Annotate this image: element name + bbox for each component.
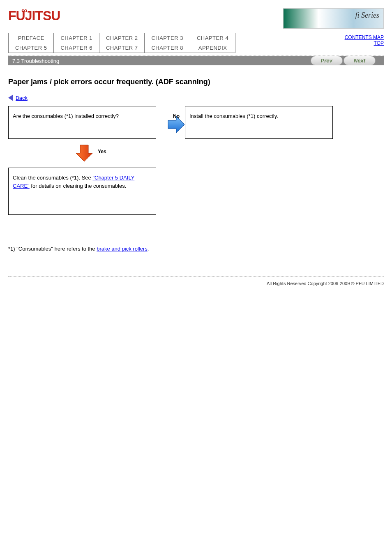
back-link-row: Back [8,94,384,101]
flowchart: Are the consumables (*1) installed corre… [8,106,384,237]
rollers-link[interactable]: brake and pick rollers [97,246,148,252]
nav-preface[interactable]: PREFACE [9,33,54,43]
nav-table: PREFACE CHAPTER 1 CHAPTER 2 CHAPTER 3 CH… [8,33,235,53]
footer: All Rights Reserved Copyright 2006-2009 … [8,276,384,286]
prev-next-group: Prev Next [310,56,376,65]
copyright: All Rights Reserved Copyright 2006-2009 … [267,281,384,286]
side-links: CONTENTS MAP TOP [277,33,384,46]
content-area: Paper jams / pick errors occur frequentl… [8,65,384,260]
logo-text: FUJITSU [8,8,60,23]
footnote: *1) "Consumables" here refers to the bra… [8,246,384,252]
nav-chapter-2[interactable]: CHAPTER 2 [99,33,144,43]
nav-chapter-6[interactable]: CHAPTER 6 [54,43,99,53]
divider [8,55,384,55]
back-arrow-icon [8,94,13,101]
nav-row: PREFACE CHAPTER 1 CHAPTER 2 CHAPTER 3 CH… [8,33,384,54]
box-question-1: Are the consumables (*1) installed corre… [8,106,156,139]
prev-button[interactable]: Prev [311,56,343,65]
box-action-2: Clean the consumables (*1). See "Chapter… [8,168,156,215]
nav-chapter-5[interactable]: CHAPTER 5 [9,43,54,53]
fi-series-banner: fi Series [283,8,384,29]
bar-title: 7.3 Troubleshooting [12,58,59,64]
header: FUJITSU ∞ fi Series [8,8,384,29]
section-title: Paper jams / pick errors occur frequentl… [8,78,384,86]
top-link[interactable]: TOP [374,40,384,46]
note-post: . [148,246,149,252]
arrow-right-icon: No [166,114,187,136]
nav-chapter-1[interactable]: CHAPTER 1 [54,33,99,43]
yes-label: Yes [98,149,111,154]
box-action-1: Install the consumables (*1) correctly. [185,106,333,139]
box3-post: for details on cleaning the consumables. [30,183,127,189]
title-bar: 7.3 Troubleshooting Prev Next [8,56,384,65]
nav-chapter-3[interactable]: CHAPTER 3 [145,33,190,43]
logo-infinity: ∞ [21,6,27,15]
next-button[interactable]: Next [344,56,376,65]
box2-text: Install the consumables (*1) correctly. [189,113,278,119]
fujitsu-logo: FUJITSU ∞ [8,8,60,23]
note-pre: *1) "Consumables" here refers to the [8,246,97,252]
nav-chapter-7[interactable]: CHAPTER 7 [99,43,144,53]
nav-chapter-4[interactable]: CHAPTER 4 [190,33,235,43]
back-link[interactable]: Back [16,95,28,101]
arrow-down-icon: Yes [74,143,95,165]
box1-text: Are the consumables (*1) installed corre… [13,113,119,119]
nav-chapter-8[interactable]: CHAPTER 8 [145,43,190,53]
banner-text: fi Series [355,11,380,20]
contents-map-link[interactable]: CONTENTS MAP [345,35,384,40]
box3-pre: Clean the consumables (*1). See [13,175,92,181]
svg-marker-1 [76,145,92,161]
nav-wrap: PREFACE CHAPTER 1 CHAPTER 2 CHAPTER 3 CH… [8,33,277,54]
nav-appendix[interactable]: APPENDIX [190,43,235,53]
